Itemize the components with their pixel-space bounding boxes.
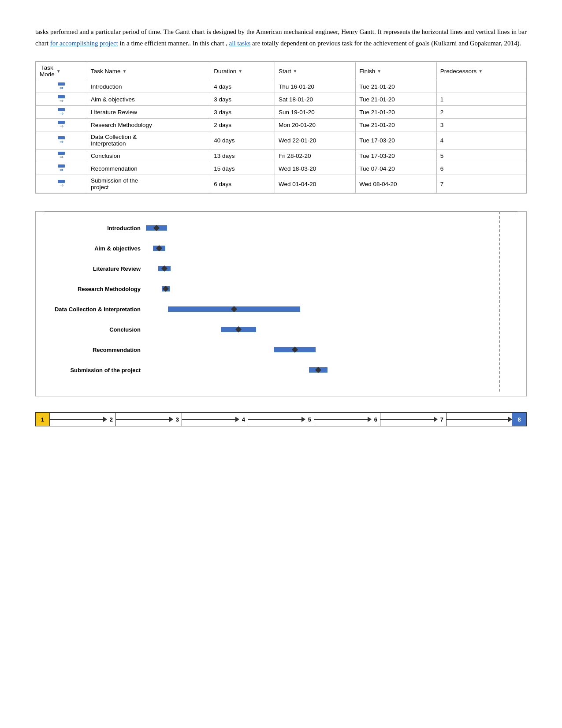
finish-cell: Tue 17-03-20 — [356, 131, 436, 149]
number-line: 12345678 — [35, 412, 527, 426]
task-icon-group: ⇒ — [40, 164, 83, 172]
task-mode-cell: ⇒ — [36, 175, 87, 193]
arrow-line — [182, 419, 235, 420]
duration-cell: 40 days — [210, 131, 275, 149]
predecessor-cell: 2 — [436, 106, 526, 119]
duration-cell: 3 days — [210, 106, 275, 119]
task-name-dropdown-icon[interactable]: ▼ — [122, 69, 127, 74]
finish-cell: Wed 08-04-20 — [356, 175, 436, 193]
arrow-head — [301, 417, 305, 422]
predecessor-cell — [436, 80, 526, 93]
num-box-last: 8 — [512, 413, 526, 426]
num-label-6: 6 — [372, 416, 380, 423]
col-header-task-mode[interactable]: TaskMode ▼ — [36, 62, 87, 80]
task-name-cell: Recommendation — [87, 162, 210, 175]
start-dropdown-icon[interactable]: ▼ — [293, 69, 298, 74]
duration-cell: 2 days — [210, 119, 275, 131]
task-mode-dropdown-icon[interactable]: ▼ — [56, 69, 61, 74]
gantt-row: Literature Review — [45, 265, 517, 273]
col-header-predecessors[interactable]: Predecessors ▼ — [436, 62, 526, 80]
duration-cell: 4 days — [210, 80, 275, 93]
gantt-task-label: Research Methodology — [45, 286, 146, 292]
arrow-head — [103, 417, 107, 422]
task-icon-arrow: ⇒ — [60, 111, 63, 116]
task-name-cell: Introduction — [87, 80, 210, 93]
gantt-bar-area — [146, 224, 517, 232]
table-row: ⇒ Aim & objectives3 daysSat 18-01-20Tue … — [36, 93, 526, 106]
task-icon-arrow: ⇒ — [60, 139, 63, 144]
table-row: ⇒ Conclusion13 daysFri 28-02-20Tue 17-03… — [36, 149, 526, 162]
gantt-chart: IntroductionAim & objectivesLiterature R… — [35, 211, 527, 396]
task-icon-group: ⇒ — [40, 108, 83, 116]
predecessor-cell: 7 — [436, 175, 526, 193]
arrow-line — [248, 419, 301, 420]
start-cell: Fri 28-02-20 — [275, 149, 356, 162]
task-icon-group: ⇒ — [40, 95, 83, 103]
gantt-task-label: Submission of the project — [45, 367, 146, 373]
arrow-head — [434, 417, 438, 422]
col-header-start[interactable]: Start ▼ — [275, 62, 356, 80]
task-mode-cell: ⇒ — [36, 149, 87, 162]
num-last-segment — [447, 417, 512, 422]
task-icon-arrow: ⇒ — [60, 183, 63, 188]
arrow-line — [380, 419, 434, 420]
duration-dropdown-icon[interactable]: ▼ — [238, 69, 242, 74]
predecessor-cell: 5 — [436, 149, 526, 162]
finish-cell: Tue 07-04-20 — [356, 162, 436, 175]
task-icon-arrow: ⇒ — [60, 124, 63, 129]
finish-dropdown-icon[interactable]: ▼ — [377, 69, 381, 74]
num-label-5: 5 — [305, 416, 314, 423]
gantt-bar-area — [146, 285, 517, 293]
task-name-cell: Aim & objectives — [87, 93, 210, 106]
col-header-duration[interactable]: Duration ▼ — [210, 62, 275, 80]
task-mode-cell: ⇒ — [36, 131, 87, 149]
num-label-7: 7 — [438, 416, 446, 423]
gantt-row: Recommendation — [45, 346, 517, 354]
arrow-line — [314, 419, 368, 420]
finish-cell: Tue 21-01-20 — [356, 80, 436, 93]
col-header-finish[interactable]: Finish ▼ — [356, 62, 436, 80]
task-icon-arrow: ⇒ — [60, 86, 63, 90]
task-mode-cell: ⇒ — [36, 80, 87, 93]
start-cell: Sun 19-01-20 — [275, 106, 356, 119]
arrow-line — [50, 419, 103, 420]
intro-paragraph: tasks performed and a particular period … — [35, 26, 527, 49]
gantt-bar-area — [146, 265, 517, 273]
gantt-bar-area — [146, 244, 517, 252]
gantt-bar-area — [146, 346, 517, 354]
predecessors-dropdown-icon[interactable]: ▼ — [478, 69, 483, 74]
task-icon-group: ⇒ — [40, 136, 83, 144]
gantt-table-container: TaskMode ▼ Task Name ▼ Duration ▼ Start … — [35, 61, 527, 194]
num-segment-4: 5 — [248, 413, 314, 426]
gantt-bar-area — [146, 366, 517, 374]
table-row: ⇒ Research Methodology2 daysMon 20-01-20… — [36, 119, 526, 131]
gantt-row: Research Methodology — [45, 285, 517, 293]
link2[interactable]: all tasks — [229, 40, 251, 47]
task-name-cell: Conclusion — [87, 149, 210, 162]
finish-cell: Tue 21-01-20 — [356, 106, 436, 119]
num-label-4: 4 — [239, 416, 248, 423]
finish-cell: Tue 17-03-20 — [356, 149, 436, 162]
table-row: ⇒ Literature Review3 daysSun 19-01-20Tue… — [36, 106, 526, 119]
task-icon-arrow: ⇒ — [60, 155, 63, 160]
task-icon-group: ⇒ — [40, 152, 83, 160]
num-label-2: 2 — [107, 416, 115, 423]
predecessor-cell: 4 — [436, 131, 526, 149]
gantt-rows: IntroductionAim & objectivesLiterature R… — [45, 220, 517, 374]
task-name-cell: Submission of the project — [87, 175, 210, 193]
task-icon-group: ⇒ — [40, 121, 83, 129]
col-header-task-name[interactable]: Task Name ▼ — [87, 62, 210, 80]
last-arrow-head — [508, 417, 512, 422]
link1[interactable]: for accomplishing project — [50, 40, 118, 47]
duration-cell: 15 days — [210, 162, 275, 175]
text-between-links: in a time efficient manner.. In this cha… — [120, 40, 227, 47]
duration-cell: 13 days — [210, 149, 275, 162]
start-cell: Sat 18-01-20 — [275, 93, 356, 106]
duration-cell: 3 days — [210, 93, 275, 106]
arrow-head — [368, 417, 372, 422]
num-segment-2: 3 — [116, 413, 182, 426]
num-box-1: 1 — [36, 413, 50, 426]
gantt-bar-area — [146, 305, 517, 313]
num-label-3: 3 — [173, 416, 182, 423]
finish-cell: Tue 21-01-20 — [356, 93, 436, 106]
